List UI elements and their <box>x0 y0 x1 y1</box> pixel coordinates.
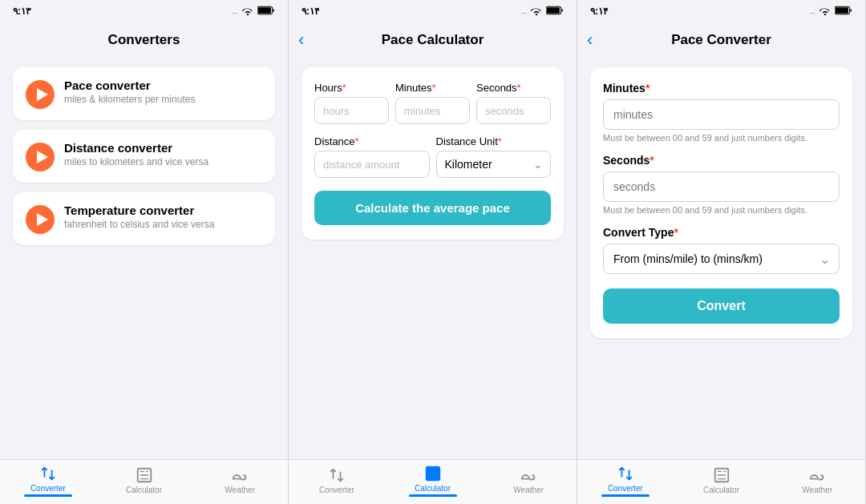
tab-weather-1[interactable]: Weather <box>192 466 288 494</box>
battery-icon-3 <box>835 6 852 17</box>
tab-weather-label-3: Weather <box>802 486 832 494</box>
status-time-1: ۹:۱۳ <box>13 6 30 17</box>
card-temperature[interactable]: Temperature converter fahrenheit to cels… <box>13 192 275 245</box>
tab-converter-1[interactable]: Converter <box>0 465 96 497</box>
card-pace-text: Pace converter miles & kilometers per mi… <box>64 79 195 105</box>
tab-weather-2[interactable]: Weather <box>480 466 577 494</box>
distance-unit-label: Distance Unit* <box>436 135 552 147</box>
seconds-label: Seconds* <box>476 82 551 94</box>
tab-calculator-label-3: Calculator <box>703 486 739 494</box>
tab-calculator-1[interactable]: Calculator <box>96 466 192 494</box>
minutes-field-label: Minutes* <box>603 82 840 95</box>
hours-group: Hours* <box>314 82 389 124</box>
distance-unit-select-wrapper: Kilometer Mile ⌄ <box>436 151 552 178</box>
minutes-group: Minutes* <box>395 82 470 124</box>
wifi-icon-1 <box>241 6 254 17</box>
back-button-2[interactable]: ‹ <box>298 30 304 50</box>
calculate-pace-button[interactable]: Calculate the average pace <box>314 191 551 225</box>
seconds-field-input[interactable] <box>603 171 840 202</box>
hours-input[interactable] <box>314 97 389 124</box>
nav-bar-2: ‹ Pace Calculator <box>289 22 577 58</box>
minutes-label: Minutes* <box>395 82 470 94</box>
hours-label: Hours* <box>314 82 389 94</box>
convert-type-select-wrapper: From (mins/mile) to (mins/km) From (mins… <box>603 244 840 274</box>
nav-title-3: Pace Converter <box>671 32 771 48</box>
convert-type-select[interactable]: From (mins/mile) to (mins/km) From (mins… <box>603 244 840 274</box>
tab-weather-label-1: Weather <box>225 486 255 494</box>
card-distance[interactable]: Distance converter miles to kilometers a… <box>13 130 275 183</box>
minutes-field-group: Minutes* Must be between 00 and 59 and j… <box>603 82 840 143</box>
seconds-hint: Must be between 00 and 59 and just numbe… <box>603 205 840 215</box>
status-icons-3: ... <box>809 6 852 17</box>
distance-amount-input[interactable] <box>314 151 430 178</box>
distance-unit-group: Distance Unit* Kilometer Mile ⌄ <box>436 135 552 178</box>
seconds-group: Seconds* <box>476 82 551 124</box>
nav-title-1: Converters <box>108 32 180 48</box>
battery-icon-2 <box>546 6 564 17</box>
status-icons-1: ... <box>232 6 275 17</box>
tab-converter-label-1: Converter <box>30 484 66 493</box>
panel-converters: ۹:۱۳ ... Converters Pace converter miles… <box>0 0 289 504</box>
card-distance-title: Distance converter <box>64 141 208 155</box>
distance-unit-select[interactable]: Kilometer Mile <box>436 151 552 178</box>
svg-rect-13 <box>836 7 848 14</box>
signal-icon-2: ... <box>520 7 527 15</box>
wifi-icon-2 <box>530 6 543 17</box>
status-bar-2: ۹:۱۴ ... <box>289 0 577 22</box>
card-temperature-subtitle: fahrenheit to celsius and vice versa <box>64 219 214 230</box>
pace-icon <box>26 80 55 109</box>
nav-title-2: Pace Calculator <box>382 32 484 48</box>
tab-bar-2: Converter Calculator Weather <box>289 459 577 504</box>
tab-calculator-label-1: Calculator <box>126 486 162 494</box>
time-fields-row: Hours* Minutes* Seconds* <box>314 82 551 124</box>
minutes-field-input[interactable] <box>603 99 840 130</box>
card-pace[interactable]: Pace converter miles & kilometers per mi… <box>13 67 275 120</box>
back-button-3[interactable]: ‹ <box>587 30 593 50</box>
card-pace-title: Pace converter <box>64 79 195 92</box>
panel-pace-converter: ۹:۱۴ ... ‹ Pace Converter Minutes* Must … <box>577 0 866 504</box>
card-temperature-title: Temperature converter <box>64 204 214 217</box>
tab-weather-label-2: Weather <box>513 486 544 494</box>
content-1: Pace converter miles & kilometers per mi… <box>0 58 288 459</box>
tab-calculator-2[interactable]: Calculator <box>385 465 481 497</box>
status-icons-2: ... <box>520 6 564 17</box>
distance-label: Distance* <box>314 135 430 147</box>
svg-rect-10 <box>547 7 560 14</box>
nav-bar-3: ‹ Pace Converter <box>577 22 865 58</box>
convert-button[interactable]: Convert <box>603 288 840 324</box>
tab-weather-3[interactable]: Weather <box>769 466 865 494</box>
tab-converter-2[interactable]: Converter <box>289 466 385 494</box>
status-time-2: ۹:۱۴ <box>301 6 319 17</box>
seconds-input[interactable] <box>476 97 551 124</box>
tab-bar-3: Converter Calculator Weather <box>577 459 865 504</box>
distance-amount-group: Distance* <box>314 135 430 178</box>
minutes-hint: Must be between 00 and 59 and just numbe… <box>603 133 840 143</box>
status-bar-1: ۹:۱۳ ... <box>0 0 288 22</box>
tab-calculator-label-2: Calculator <box>415 484 451 493</box>
tab-converter-3[interactable]: Converter <box>577 465 674 497</box>
tab-converter-label-2: Converter <box>319 486 354 494</box>
temperature-icon <box>26 205 55 234</box>
wifi-icon-3 <box>819 6 832 17</box>
content-2: Hours* Minutes* Seconds* <box>289 58 577 459</box>
svg-rect-1 <box>258 7 271 14</box>
card-distance-subtitle: miles to kilometers and vice versa <box>64 156 208 167</box>
minutes-input[interactable] <box>395 97 470 124</box>
tab-bar-1: Converter Calculator Weather <box>0 459 288 504</box>
content-3: Minutes* Must be between 00 and 59 and j… <box>577 58 865 459</box>
seconds-field-group: Seconds* Must be between 00 and 59 and j… <box>603 154 840 215</box>
card-pace-subtitle: miles & kilometers per minutes <box>64 94 195 105</box>
convert-type-label: Convert Type* <box>603 226 840 239</box>
tab-converter-label-3: Converter <box>608 484 643 493</box>
signal-icon-3: ... <box>809 7 815 15</box>
tab-calculator-3[interactable]: Calculator <box>674 466 770 494</box>
distance-icon <box>26 143 55 171</box>
seconds-field-label: Seconds* <box>603 154 840 167</box>
battery-icon-1 <box>257 6 275 17</box>
card-temperature-text: Temperature converter fahrenheit to cels… <box>64 204 214 230</box>
status-bar-3: ۹:۱۴ ... <box>577 0 865 22</box>
status-time-3: ۹:۱۴ <box>590 6 608 17</box>
pace-calculator-card: Hours* Minutes* Seconds* <box>301 67 564 240</box>
nav-bar-1: Converters <box>0 22 288 58</box>
distance-fields-row: Distance* Distance Unit* Kilometer Mile … <box>314 135 551 178</box>
